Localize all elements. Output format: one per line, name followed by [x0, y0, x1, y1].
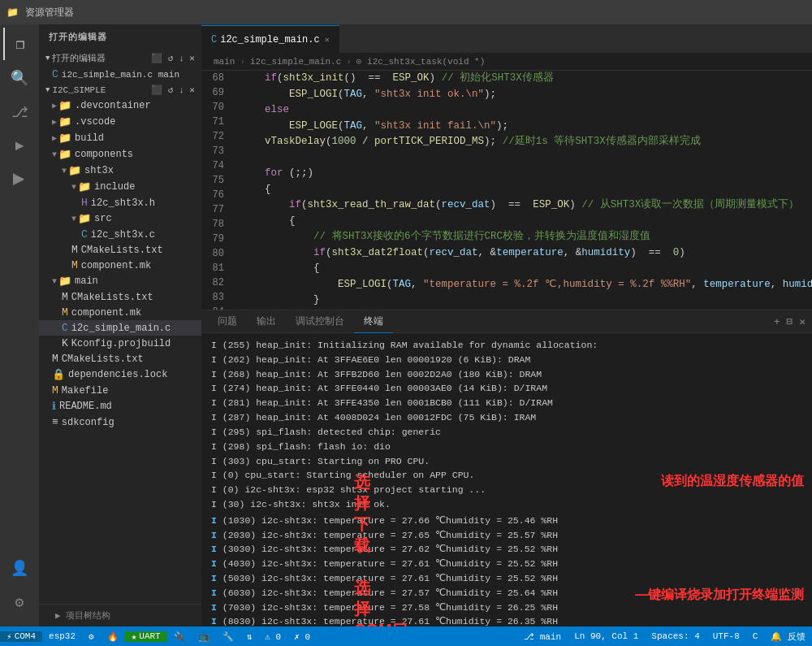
- sidebar-item-sht3x[interactable]: ▼📁sht3x: [39, 163, 201, 179]
- terminal-line: I (274) heap_init: At 3FFE0440 len 00003…: [211, 381, 802, 396]
- annotation-compile: —键编译烧录加打开终端监测: [635, 585, 804, 605]
- sidebar-item-main-mk[interactable]: Mcomponent.mk: [39, 305, 201, 320]
- status-error[interactable]: ✗ 0: [287, 631, 317, 642]
- sidebar-item-src[interactable]: ▼📁src: [39, 210, 201, 227]
- source-control-icon[interactable]: ⎇: [3, 96, 36, 128]
- terminal-line: I (268) heap_init: At 3FFB2D60 len 0002D…: [211, 367, 802, 382]
- terminal-line: I (281) heap_init: At 3FFE4350 len 0001B…: [211, 396, 802, 410]
- status-monitor[interactable]: 📺: [192, 631, 216, 642]
- sidebar-item-components[interactable]: ▼📁components: [39, 146, 201, 163]
- titlebar-icon: 📁: [6, 7, 19, 19]
- status-tools[interactable]: 🔧: [216, 631, 240, 642]
- status-feedback[interactable]: 🔔 反馈: [764, 631, 812, 643]
- terminal-line: I (8030) i2c-sht3x: temperature = 27.61 …: [211, 614, 802, 626]
- sidebar-item-vscode[interactable]: ▶📁.vscode: [39, 114, 201, 130]
- sidebar-item-sht3x-c[interactable]: Ci2c_sht3x.c: [39, 227, 201, 242]
- line-numbers: 6869707172 7374757677 7879808182 8384858…: [201, 71, 234, 310]
- activity-bar: ❐ 🔍 ⎇ ► ⯈ 👤 ⚙: [0, 24, 39, 626]
- sidebar-item-sht3x-h[interactable]: Hi2c_sht3x.h: [39, 195, 201, 210]
- breadcrumb: main › i2c_simple_main.c › ⊙ i2c_sht3x_t…: [201, 53, 812, 71]
- tab-main-c[interactable]: C i2c_simple_main.c ✕: [201, 25, 339, 53]
- terminal-controls[interactable]: + ⊟ ✕: [774, 315, 806, 328]
- titlebar: 📁 资源管理器: [0, 0, 812, 24]
- sidebar: 打开的编辑器 ▼ 打开的编辑器 ⬛ ↺ ↓ ✕ C i2c_simple_mai…: [39, 24, 201, 626]
- sidebar-header: 打开的编辑器: [39, 24, 201, 50]
- status-branch[interactable]: ⎇ main: [517, 631, 568, 642]
- debug-icon[interactable]: ►: [3, 130, 36, 163]
- sidebar-item-deps[interactable]: 🔒dependencies.lock: [39, 366, 201, 383]
- terminal-area: 问题 输出 调试控制台 终端 + ⊟ ✕ I (255) heap_init: …: [201, 310, 812, 626]
- sidebar-item-cmake-comp[interactable]: MCMakeLists.txt: [39, 242, 201, 258]
- annotation-select-download: 选择下载: [354, 471, 370, 556]
- tab-output[interactable]: 输出: [247, 310, 286, 333]
- sidebar-item-include[interactable]: ▼📁include: [39, 179, 201, 195]
- status-warning[interactable]: ⚠ 0: [258, 631, 287, 642]
- status-board[interactable]: esp32: [42, 631, 82, 641]
- terminal-line: I (287) heap_init: At 4008D024 len 00012…: [211, 410, 802, 425]
- status-fire[interactable]: 🔥: [101, 631, 125, 642]
- explorer-icon[interactable]: ❐: [3, 28, 36, 60]
- star-icon: ★: [132, 631, 137, 642]
- titlebar-title: 资源管理器: [25, 6, 74, 20]
- tab-close-icon[interactable]: ✕: [325, 35, 330, 45]
- sidebar-item-makefile[interactable]: MMakefile: [39, 383, 201, 398]
- sidebar-item-main-c[interactable]: Ci2c_simple_main.c: [39, 320, 201, 336]
- projects-label[interactable]: ▶ 项目树结构: [42, 608, 198, 623]
- terminal-line: I (3030) i2c-sht3x: temperature = 27.62 …: [211, 542, 802, 557]
- tab-terminal[interactable]: 终端: [354, 310, 393, 333]
- account-icon[interactable]: 👤: [3, 552, 36, 584]
- terminal-line: I (255) heap_init: Initializing RAM avai…: [211, 338, 802, 353]
- extensions-icon[interactable]: ⯈: [3, 164, 36, 197]
- status-spaces[interactable]: Spaces: 4: [645, 631, 706, 641]
- sidebar-item-build[interactable]: ▶📁build: [39, 130, 201, 146]
- status-plug[interactable]: 🔌: [167, 631, 192, 642]
- terminal-line: I (2030) i2c-sht3x: temperature = 27.65 …: [211, 528, 802, 543]
- terminal-line: I (262) heap_init: At 3FFAE6E0 len 00001…: [211, 353, 802, 367]
- tab-debug-console[interactable]: 调试控制台: [286, 310, 354, 333]
- sidebar-item-readme[interactable]: ℹREADME.md: [39, 398, 201, 414]
- annotation-sensor-value: 读到的温湿度传感器的值: [661, 471, 804, 492]
- terminal-line: I (303) cpu_start: Starting on PRO CPU.: [211, 454, 802, 469]
- status-line-col[interactable]: Ln 90, Col 1: [568, 631, 645, 641]
- terminal-line: I (30) i2c-sht3x: sht3x init ok.: [211, 497, 802, 512]
- annotation-select-com: 选择COM口: [354, 577, 408, 626]
- open-editors-header[interactable]: ▼ 打开的编辑器 ⬛ ↺ ↓ ✕: [39, 50, 201, 67]
- status-settings[interactable]: ⚙: [82, 631, 101, 642]
- terminal-line: I (298) spi_flash: flash io: dio: [211, 440, 802, 454]
- sidebar-footer: ▶ 项目树结构: [39, 604, 201, 626]
- sidebar-item-main-cmake[interactable]: MCMakeLists.txt: [39, 289, 201, 305]
- sidebar-item-component-mk[interactable]: Mcomponent.mk: [39, 258, 201, 273]
- editor-area: C i2c_simple_main.c ✕ main › i2c_simple_…: [201, 24, 812, 626]
- status-encoding[interactable]: UTF-8: [706, 631, 746, 641]
- terminal-line: I (4030) i2c-sht3x: temperature = 27.61 …: [211, 557, 802, 571]
- open-file-item[interactable]: C i2c_simple_main.c main: [39, 67, 201, 82]
- terminal-tabs: 问题 输出 调试控制台 终端 + ⊟ ✕: [201, 310, 812, 333]
- project-header[interactable]: ▼ I2C_SIMPLE ⬛ ↺ ↓ ✕: [39, 82, 201, 98]
- sidebar-item-devcontainer[interactable]: ▶📁.devcontainer: [39, 98, 201, 114]
- code-content: if(sht3x_init() == ESP_OK) // 初始化SHT3X传感…: [234, 71, 812, 310]
- file-tree: ▶📁.devcontainer ▶📁.vscode ▶📁build ▼📁comp…: [39, 98, 201, 604]
- sidebar-item-sdkconfig[interactable]: ≡sdkconfig: [39, 414, 201, 430]
- terminal-line: I (1030) i2c-sht3x: temperature = 27.66 …: [211, 514, 802, 528]
- code-editor[interactable]: 6869707172 7374757677 7879808182 8384858…: [201, 71, 812, 310]
- status-arrows[interactable]: ⇅: [240, 631, 259, 642]
- sidebar-item-main[interactable]: ▼📁main: [39, 273, 201, 289]
- status-lang[interactable]: C: [746, 631, 765, 641]
- com-icon: ⚡: [6, 631, 12, 642]
- status-com-port[interactable]: ⚡ COM4: [0, 631, 42, 642]
- status-bar: ⚡ COM4 esp32 ⚙ 🔥 ★ UART 🔌 📺 🔧 ⇅ ⚠ 0 ✗ 0 …: [0, 626, 812, 646]
- tab-problems[interactable]: 问题: [208, 310, 247, 333]
- terminal-line: I (5030) i2c-sht3x: temperature = 27.61 …: [211, 571, 802, 586]
- settings-icon[interactable]: ⚙: [3, 586, 36, 618]
- tab-bar: C i2c_simple_main.c ✕: [201, 24, 812, 53]
- status-uart[interactable]: ★ UART: [125, 631, 167, 642]
- sidebar-item-kconfig[interactable]: KKconfig.projbuild: [39, 336, 201, 351]
- terminal-line: I (295) spi_flash: detected chip: generi…: [211, 425, 802, 440]
- terminal-content[interactable]: I (255) heap_init: Initializing RAM avai…: [201, 333, 812, 626]
- sidebar-item-root-cmake[interactable]: MCMakeLists.txt: [39, 351, 201, 366]
- search-icon[interactable]: 🔍: [3, 62, 36, 94]
